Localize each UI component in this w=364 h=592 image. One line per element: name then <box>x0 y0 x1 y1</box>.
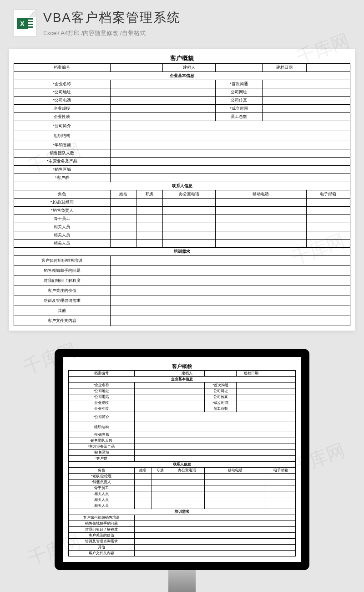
customer-form-table-screen: 客户概貌 档案编号 建档人 建档日期 企业基本信息 *企业名称*首次沟通 *公司… <box>68 362 296 556</box>
section-basic: 企业基本信息 <box>14 72 350 80</box>
form-title: 客户概貌 <box>14 53 350 64</box>
sheet-preview-flat: 客户概貌 档案编号 建档人 建档日期 企业基本信息 *企业名称*首次沟通 *公司… <box>9 49 355 331</box>
excel-file-icon: X <box>14 10 36 37</box>
page-header: X VBA客户档案管理系统 Excel/ A4打印 /内容随意修改 /自带格式 <box>0 0 364 44</box>
monitor-mockup: 客户概貌 档案编号 建档人 建档日期 企业基本信息 *企业名称*首次沟通 *公司… <box>55 349 309 592</box>
section-contact: 联系人信息 <box>14 182 350 190</box>
customer-form-table: 客户概貌 档案编号 建档人 建档日期 企业基本信息 *企业名称*首次沟通 *公司… <box>14 53 350 326</box>
page-title: VBA客户档案管理系统 <box>43 9 181 26</box>
section-training: 培训需求 <box>14 248 350 256</box>
page-subtitle: Excel/ A4打印 /内容随意修改 /自带格式 <box>43 29 181 37</box>
